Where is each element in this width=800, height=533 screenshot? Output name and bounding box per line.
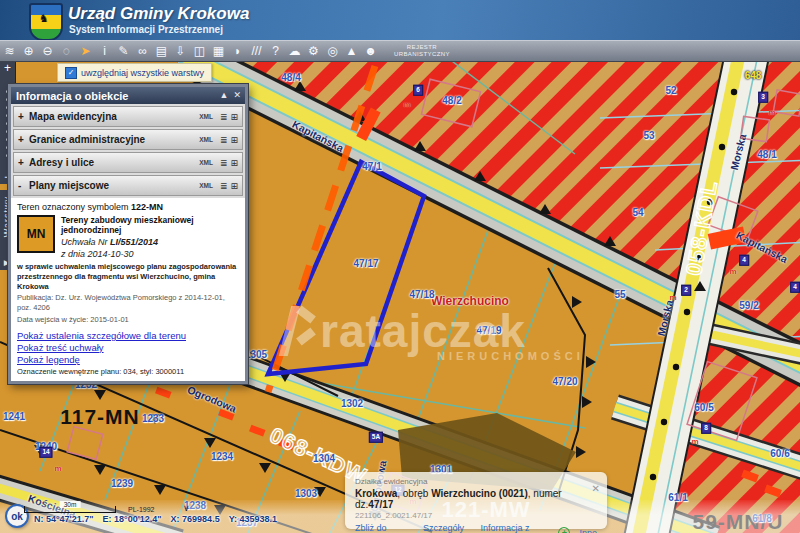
- panel-section[interactable]: +Mapa ewidencyjnaXML≣⊞: [13, 106, 243, 127]
- plan-effective-date: Data wejścia w życie: 2015-01-01: [17, 315, 239, 325]
- feature-action-link[interactable]: Szczegóły (I): [423, 523, 472, 533]
- minimize-icon[interactable]: ▲: [220, 91, 229, 100]
- app-header: ♞ Urząd Gminy Krokowa System Informacji …: [0, 0, 800, 40]
- map-label: 648: [745, 70, 762, 81]
- object-info-panel: Informacja o obiekcie ▲ ✕ +Mapa ewidency…: [8, 84, 248, 384]
- download-icon[interactable]: ⇩: [171, 41, 190, 61]
- all-layers-checkbox[interactable]: ✓: [65, 67, 77, 79]
- list-view-icon[interactable]: ≣: [220, 158, 228, 168]
- map-label: 1233: [142, 413, 164, 424]
- map-label: 54: [632, 207, 643, 218]
- north-arrow-icon[interactable]: ▲: [342, 41, 361, 61]
- print-section-icon[interactable]: ⊞: [230, 112, 238, 122]
- layers-icon[interactable]: ≋: [0, 41, 19, 61]
- map-label: 48/4: [281, 72, 300, 83]
- panel-section[interactable]: +Granice administracyjneXML≣⊞: [13, 129, 243, 150]
- resolution-line: Uchwała Nr LI/551/2014: [61, 237, 239, 247]
- section-label: Plany miejscowe: [29, 180, 199, 191]
- zoom-in-rail-button[interactable]: +: [4, 62, 11, 75]
- panel-sections: +Mapa ewidencyjnaXML≣⊞+Granice administr…: [11, 104, 245, 196]
- feature-action-link[interactable]: Informacja z planu: [480, 523, 549, 533]
- plan-details: Teren oznaczony symbolem 122-MN MN Teren…: [11, 198, 245, 381]
- crs-dropdown-chevron-icon[interactable]: ∨: [183, 503, 190, 513]
- search-icon[interactable]: ◎: [323, 41, 342, 61]
- map-label: 1304: [313, 453, 335, 464]
- object-info-icon[interactable]: i: [95, 41, 114, 61]
- panel-section[interactable]: +Adresy i uliceXML≣⊞: [13, 152, 243, 173]
- xml-export-button[interactable]: XML: [199, 136, 213, 143]
- address-marker: 5A: [369, 432, 383, 443]
- plan-link[interactable]: Pokaż treść uchwały: [17, 342, 239, 353]
- close-icon[interactable]: ✕: [233, 91, 241, 100]
- zone-symbol: 122-MN: [131, 202, 163, 212]
- feature-actions: Zbliż do obiektuSzczegóły (I)Informacja …: [355, 523, 597, 533]
- expander-icon[interactable]: -: [18, 180, 29, 191]
- list-view-icon[interactable]: ≣: [220, 112, 228, 122]
- map-label: 47/18: [409, 289, 434, 300]
- building-m-marker: m: [403, 100, 410, 109]
- map-label: 55: [614, 289, 625, 300]
- building-m-marker: m: [691, 437, 698, 446]
- help-icon[interactable]: ?: [266, 41, 285, 61]
- plus-icon[interactable]: +: [558, 527, 570, 533]
- toolbar-buttons: ≋⊕⊖◌➤i✎∞▤⇩◫▦◗///?☁⚙◎▲☻: [0, 41, 380, 61]
- select-area-icon[interactable]: ◌: [57, 41, 76, 61]
- resolution-date: z dnia 2014-10-30: [61, 249, 239, 259]
- plan-publication: Publikacja: Dz. Urz. Województwa Pomorsk…: [17, 293, 239, 313]
- building-m-marker: m: [54, 464, 61, 473]
- app-title: Urząd Gminy Krokowa: [68, 4, 249, 24]
- feature-action-link[interactable]: Zbliż do obiektu: [355, 523, 414, 533]
- map-label: 1241: [3, 411, 25, 422]
- zoom-in-icon[interactable]: ⊕: [19, 41, 38, 61]
- address-marker: 4: [790, 282, 800, 293]
- comment-icon[interactable]: ◗: [228, 41, 247, 61]
- address-marker: 6: [413, 85, 423, 96]
- plan-link[interactable]: Pokaż ustalenia szczegółowe dla terenu: [17, 330, 239, 341]
- copy-view-icon[interactable]: ◫: [190, 41, 209, 61]
- link-icon[interactable]: ∞: [133, 41, 152, 61]
- scale-bar: 30m: [24, 506, 116, 513]
- parcel-feature-panel: Działka ewidencyjna Krokowa, obręb Wierz…: [345, 472, 607, 529]
- expander-icon[interactable]: +: [18, 134, 29, 145]
- section-label: Granice administracyjne: [29, 134, 199, 145]
- plan-link[interactable]: Pokaż legendę: [17, 354, 239, 365]
- urban-register-button[interactable]: REJESTR URBANISTYCZNY: [394, 44, 450, 59]
- expander-icon[interactable]: +: [18, 111, 29, 122]
- zoom-out-icon[interactable]: ⊖: [38, 41, 57, 61]
- coordinates-readout: N: 54°47'21.7"E: 18°00'12.4"X: 769984.5Y…: [34, 514, 286, 524]
- xml-export-button[interactable]: XML: [199, 182, 213, 189]
- feature-close-icon[interactable]: ✕: [592, 483, 600, 494]
- list-view-icon[interactable]: ≣: [220, 135, 228, 145]
- expander-icon[interactable]: +: [18, 157, 29, 168]
- map-label: 48/2: [442, 95, 461, 106]
- print-section-icon[interactable]: ⊞: [230, 158, 238, 168]
- share-user-icon[interactable]: ☻: [361, 41, 380, 61]
- map-label: 52: [665, 85, 676, 96]
- xml-export-button[interactable]: XML: [199, 159, 213, 166]
- map-label: 47/1: [362, 161, 381, 172]
- print-section-icon[interactable]: ⊞: [230, 135, 238, 145]
- cloud-icon[interactable]: ☁: [285, 41, 304, 61]
- coord-n: N: 54°47'21.7": [34, 514, 94, 524]
- layout-icon[interactable]: ▦: [209, 41, 228, 61]
- object-info-panel-header[interactable]: Informacja o obiekcie ▲ ✕: [11, 87, 245, 104]
- land-use-label: Tereny zabudowy mieszkaniowej jednorodzi…: [61, 215, 239, 235]
- xml-export-button[interactable]: XML: [199, 113, 213, 120]
- map-label: 60/5: [694, 402, 713, 413]
- print-icon[interactable]: ▤: [152, 41, 171, 61]
- pointer-icon[interactable]: ➤: [76, 41, 95, 61]
- list-view-icon[interactable]: ≣: [220, 181, 228, 191]
- settings-icon[interactable]: ⚙: [304, 41, 323, 61]
- municipality-crest-icon: ♞: [29, 3, 63, 41]
- hatch-measure-icon[interactable]: ///: [247, 41, 266, 61]
- address-marker: 3: [758, 92, 768, 103]
- plan-subject: w sprawie uchwalenia miejscowego planu z…: [17, 262, 239, 291]
- print-section-icon[interactable]: ⊞: [230, 181, 238, 191]
- plan-internal-id: Oznaczenie wewnętrzne planu: 034, styl: …: [17, 367, 239, 376]
- coord-x: X: 769984.5: [171, 514, 220, 524]
- panel-section[interactable]: -Plany miejscoweXML≣⊞: [13, 175, 243, 196]
- map-label: 47/19: [476, 325, 501, 336]
- app-subtitle: System Informacji Przestrzennej: [69, 24, 223, 35]
- feature-action-link[interactable]: Inne: [579, 528, 597, 533]
- draw-measure-icon[interactable]: ✎: [114, 41, 133, 61]
